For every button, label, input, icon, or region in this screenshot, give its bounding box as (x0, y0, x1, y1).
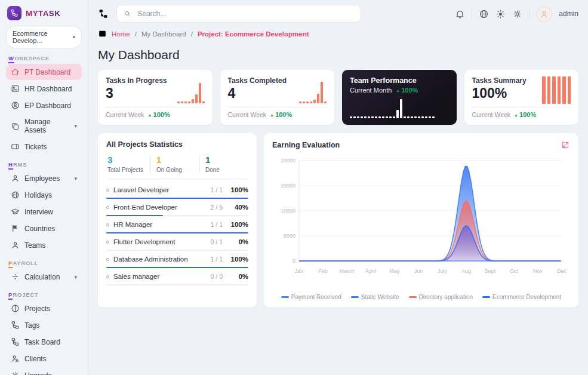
legend-item-static-website[interactable]: Static Website (351, 294, 399, 300)
expand-icon[interactable] (561, 140, 570, 150)
section-rest: RMS (13, 161, 27, 168)
spark-bar (396, 110, 399, 118)
sparkline-chart (177, 83, 205, 103)
area-chart-svg: 05000100001500020000JanFebMarchAprilMayJ… (273, 152, 570, 280)
project-selector[interactable]: Ecommerce Develop... ▾ (6, 26, 82, 48)
spark-bar (400, 99, 402, 118)
search-input[interactable] (136, 9, 354, 19)
stat-label: Done (205, 167, 243, 173)
spark-bar (303, 102, 305, 103)
chevron-down-icon: ▾ (74, 123, 77, 129)
footer-label: Current Week (106, 111, 144, 118)
settings-gear-icon[interactable] (512, 9, 522, 19)
legend-label: Ecommerce Development (492, 294, 561, 300)
line-series-ecommerce-development (299, 226, 561, 261)
project-row-top: Laravel Developer1 / 1100% (106, 186, 248, 193)
divider (529, 10, 529, 19)
breadcrumb-dashboard-link[interactable]: My Dashboard (141, 30, 186, 38)
user-name[interactable]: admin (559, 10, 578, 18)
panel-title: All Projects Statistics (106, 140, 248, 149)
search-box[interactable] (116, 5, 361, 23)
page-title: My Dashboard (98, 48, 578, 62)
sidebar-item-interview[interactable]: Interview (6, 204, 82, 220)
sidebar-item-calculation[interactable]: Calculation▾ (6, 269, 82, 285)
sidebar-toggle-icon[interactable] (98, 8, 109, 19)
sidebar-item-pt-dashboard[interactable]: PT Dashboard (6, 64, 82, 80)
breadcrumb-current: Project: Ecommerce Development (198, 30, 309, 38)
spark-bar (375, 116, 377, 118)
project-row-database-administration: Database Administration1 / 1100% (106, 251, 248, 268)
project-name: Sales manager (113, 273, 159, 280)
bullet-icon (106, 275, 109, 278)
project-fraction: 0 / 1 (211, 238, 223, 245)
sidebar-section-label: WORKSPACE (8, 55, 79, 62)
spark-bar (407, 116, 410, 118)
theme-sun-icon[interactable] (495, 9, 506, 19)
project-percent: 0% (227, 238, 248, 245)
sidebar-item-employees[interactable]: Employees▾ (6, 170, 82, 186)
sidebar-item-tickets[interactable]: Tickets (6, 139, 82, 155)
spark-bar (411, 116, 413, 118)
sidebar-item-label: Countries (24, 225, 55, 233)
sidebar-item-ep-dashboard[interactable]: EP Dashboard (6, 97, 82, 113)
graduation-icon (11, 207, 20, 216)
sidebar-section-label: HRMS (8, 161, 79, 168)
sidebar-item-manage-assets[interactable]: Manage Assets▾ (6, 114, 82, 138)
sidebar-item-upgrade[interactable]: Upgrade (6, 367, 82, 375)
project-row-top: Flutter Development0 / 10% (106, 238, 248, 245)
bullet-icon (106, 223, 109, 226)
spark-bar (317, 94, 319, 103)
breadcrumb-home-link[interactable]: Home (112, 30, 130, 38)
sidebar-item-tags[interactable]: Tags (6, 317, 82, 333)
legend-swatch (351, 296, 359, 298)
project-percent: 100% (227, 186, 248, 193)
notification-bell-icon[interactable] (455, 9, 465, 19)
person-badge-icon (11, 101, 20, 110)
spark-bar (188, 102, 190, 103)
svg-text:Feb: Feb (318, 268, 328, 274)
sidebar-item-holidays[interactable]: Holidays (6, 187, 82, 203)
spark-bar (386, 116, 388, 118)
project-fraction: 1 / 1 (211, 221, 223, 228)
sidebar-item-clients[interactable]: Clients (6, 351, 82, 367)
sidebar-item-projects[interactable]: Projects (6, 300, 82, 316)
user-avatar[interactable] (536, 6, 552, 22)
delta-value: 100% (275, 111, 292, 118)
legend-item-payment-received[interactable]: Payment Received (281, 294, 341, 300)
bar (542, 76, 546, 104)
spark-bar (177, 102, 180, 103)
project-fraction: 1 / 1 (211, 256, 223, 263)
sidebar-item-teams[interactable]: Teams (6, 237, 82, 253)
spark-bar (313, 100, 316, 103)
sidebar-item-task-board[interactable]: Task Board (6, 334, 82, 350)
spark-bar (368, 116, 370, 118)
spark-bar (371, 116, 374, 118)
project-fraction: 2 / 5 (211, 204, 223, 211)
stat-done: 1 Done (199, 155, 248, 173)
legend-item-directory-application[interactable]: Directory application (409, 294, 473, 300)
panel-collapse-icon[interactable] (98, 29, 107, 38)
project-fraction: 0 / 0 (211, 273, 223, 280)
project-fraction: 1 / 1 (211, 186, 223, 193)
globe-language-icon[interactable] (479, 9, 489, 19)
sidebar-item-label: EP Dashboard (24, 102, 71, 110)
bullet-icon (106, 258, 109, 261)
spark-bar (357, 116, 359, 118)
brand-logo[interactable]: MYTASK (6, 5, 82, 26)
stat-value: 1 (205, 155, 243, 165)
sidebar-item-hr-dashboard[interactable]: HR Dashboard (6, 81, 82, 97)
project-row-top: Sales manager0 / 00% (106, 273, 248, 280)
spark-bar (421, 116, 424, 118)
spark-bar (195, 94, 198, 103)
panel-title: Earning Evaluation (272, 141, 340, 149)
sidebar-item-countries[interactable]: Countries (6, 220, 82, 236)
earning-area-chart: 05000100001500020000JanFebMarchAprilMayJ… (272, 152, 570, 293)
spark-bar (321, 82, 323, 103)
sidebar-item-label: Tickets (24, 143, 47, 151)
project-name: Laravel Developer (113, 186, 169, 193)
svg-text:5000: 5000 (283, 233, 295, 239)
legend-item-ecommerce-development[interactable]: Ecommerce Development (482, 294, 561, 300)
spark-bar (364, 116, 367, 118)
user-icon (11, 174, 20, 183)
section-initial: H (8, 161, 13, 170)
